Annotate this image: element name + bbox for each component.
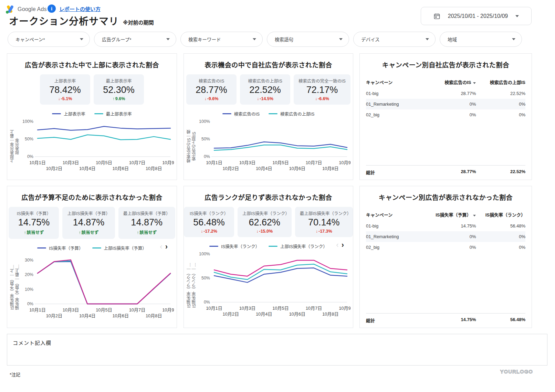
column-header-campaign[interactable]: キャンペーン xyxy=(366,76,427,88)
scorecard-delta: ↑9.6% xyxy=(98,96,139,101)
svg-text:10月4日: 10月4日 xyxy=(79,313,96,318)
svg-text:10月2日: 10月2日 xyxy=(46,166,62,171)
line-chart: 0%50%100%10月1日10月2日10月3日10月4日10月5日10月6日1… xyxy=(197,251,350,320)
legend-item: 最上部表示率 xyxy=(94,110,132,117)
svg-text:10月9日: 10月9日 xyxy=(339,160,350,165)
legend-prev-icon[interactable]: ‹ xyxy=(160,243,162,250)
legend-item: IS損失率（ランク） xyxy=(209,243,260,250)
legend-swatch xyxy=(52,113,61,114)
svg-text:10月1日: 10月1日 xyxy=(29,160,46,165)
filter-label: キャンペーン* xyxy=(15,36,45,43)
panel-title: キャンペーン別自社広告が表示された割合 xyxy=(363,60,529,69)
panel-impression-share: 表示機会の中で自社広告が表示された割合 検索広告のIS 28.77% ↓-9.6… xyxy=(184,53,353,180)
panel-rank-lost-is: 広告ランクが足りず表示されなかった割合 IS損失率（ランク） 56.48% ↓-… xyxy=(184,186,353,328)
filter-bar: キャンペーン* 広告グループ* 検索キーワード 検索語句 デバイス 地域 xyxy=(8,32,522,47)
svg-text:10月6日: 10月6日 xyxy=(112,313,129,318)
svg-text:10月5日: 10月5日 xyxy=(272,306,289,311)
delta-arrow-icon: ↓ xyxy=(205,96,207,101)
svg-text:10月7日: 10月7日 xyxy=(129,160,146,165)
svg-text:10月8日: 10月8日 xyxy=(146,166,162,171)
column-header-search-top-is[interactable]: 検索広告の上部IS xyxy=(476,76,525,88)
y-axis-title: 上部表示率｜最上部表示率 xyxy=(10,130,20,163)
scorecard-value: 62.62% xyxy=(242,217,287,228)
chart-legend: 上部表示率 最上部表示率 xyxy=(7,110,177,117)
sort-desc-icon xyxy=(473,82,476,84)
google-ads-logo-icon xyxy=(5,4,15,14)
y-axis-title: 検索広告のIS｜検索広告の上部IS xyxy=(187,130,197,162)
scorecard-top-is-lost-budget: 上部IS損失率（予算） 14.87% ↑該当せず xyxy=(62,207,115,239)
chevron-down-icon xyxy=(339,38,343,40)
scorecard-delta: ↓-9.6% xyxy=(191,96,232,101)
filter-search-keyword[interactable]: 検索キーワード xyxy=(180,32,263,47)
filter-device[interactable]: デバイス xyxy=(353,32,436,47)
comment-box[interactable]: コメント記入欄 xyxy=(7,334,547,365)
date-range-picker[interactable]: 2025/10/01 - 2025/10/09 xyxy=(421,7,532,25)
svg-text:10月5日: 10月5日 xyxy=(96,307,112,312)
scorecard-abs-top-is-lost-budget: 最上部IS損失率（予算） 14.87% ↑該当せず xyxy=(118,207,175,239)
column-header-search-is[interactable]: 検索広告のIS xyxy=(427,76,476,88)
line-chart: 0%50%100%10月1日10月2日10月3日10月4日10月5日10月6日1… xyxy=(20,118,174,174)
scorecard-search-is: 検索広告のIS 28.77% ↓-9.6% xyxy=(186,74,237,105)
svg-text:50%: 50% xyxy=(201,276,210,280)
scorecard-value: 56.48% xyxy=(189,217,229,228)
svg-text:10月2日: 10月2日 xyxy=(222,166,239,171)
svg-text:100%: 100% xyxy=(199,119,210,124)
column-header-campaign[interactable]: キャンペーン xyxy=(366,209,427,221)
filter-label: 検索語句 xyxy=(275,36,293,43)
svg-text:10月5日: 10月5日 xyxy=(272,160,289,165)
svg-text:20%: 20% xyxy=(25,272,33,277)
filter-region[interactable]: 地域 xyxy=(440,32,522,47)
table-total-row: 総計 14.75% 56.48% xyxy=(366,313,525,324)
svg-text:10月4日: 10月4日 xyxy=(256,166,272,171)
legend-item: 上部IS損失率（予算） xyxy=(92,245,147,251)
filter-campaign[interactable]: キャンペーン* xyxy=(8,32,90,47)
scorecard-top-is-lost-rank: 上部IS損失率（ランク） 62.62% ↓-15.0% xyxy=(238,207,292,237)
svg-text:10月3日: 10月3日 xyxy=(239,306,256,311)
calendar-icon xyxy=(433,13,440,20)
page-title-note: ※対前の期間 xyxy=(123,19,154,28)
svg-text:10月1日: 10月1日 xyxy=(206,160,222,165)
logo-text: Google Ads xyxy=(18,6,47,12)
report-page: Google Ads i レポートの使い方 オークション分析サマリ ※対前の期間… xyxy=(0,0,555,392)
campaign-is-table: キャンペーン 検索広告のIS 検索広告の上部IS 01-big 28.77% 2… xyxy=(366,76,525,120)
svg-text:10月5日: 10月5日 xyxy=(96,160,112,165)
scorecard-value: 14.87% xyxy=(67,217,110,228)
delta-arrow-icon: ↓ xyxy=(201,229,203,234)
legend-swatch xyxy=(269,246,278,247)
column-header-is-lost-budget[interactable]: IS損失率（予算） xyxy=(427,209,476,221)
svg-text:10月8日: 10月8日 xyxy=(322,166,339,171)
svg-text:10月7日: 10月7日 xyxy=(306,306,322,311)
column-header-is-lost-rank[interactable]: IS損失率（ランク） xyxy=(476,209,525,221)
svg-text:0%: 0% xyxy=(204,300,210,305)
report-help-link[interactable]: レポートの使い方 xyxy=(59,5,101,12)
legend-item: 検索広告のIS xyxy=(222,110,260,117)
table-row: 02_big 0% 0% xyxy=(366,109,525,120)
delta-arrow-icon: ↓ xyxy=(315,96,317,101)
scorecard-label: 上部表示率 xyxy=(45,77,85,84)
legend-swatch xyxy=(92,247,101,248)
scorecard-search-top-is: 検索広告の上部IS 22.52% ↓-14.5% xyxy=(240,74,290,105)
filter-ad-group[interactable]: 広告グループ* xyxy=(94,32,176,47)
scorecard-label: 検索広告の完全一致のIS xyxy=(299,77,346,84)
chevron-down-icon xyxy=(80,38,83,40)
scorecard-value: 22.52% xyxy=(245,85,285,95)
legend-next-icon[interactable]: › xyxy=(165,243,168,250)
svg-text:10月3日: 10月3日 xyxy=(239,160,256,165)
scorecard-abs-top-rate: 最上部表示率 52.30% ↑9.6% xyxy=(94,74,144,105)
svg-text:10月2日: 10月2日 xyxy=(222,311,239,317)
legend-swatch xyxy=(269,113,278,114)
filter-search-term[interactable]: 検索語句 xyxy=(267,32,349,47)
scorecard-label: 検索広告の上部IS xyxy=(245,77,285,84)
scorecard-value: 72.17% xyxy=(299,85,346,95)
legend-prev-icon[interactable]: ‹ xyxy=(336,242,338,248)
scorecard-is-lost-budget: IS損失率（予算） 14.75% ↑該当せず xyxy=(9,207,59,239)
delta-arrow-icon: ↓ xyxy=(58,96,60,101)
table-row: 01-big 28.77% 22.52% xyxy=(366,88,525,99)
scorecard-delta: ↓-14.5% xyxy=(245,96,285,101)
scorecard-value: 28.77% xyxy=(191,85,232,95)
legend-next-icon[interactable]: › xyxy=(342,242,344,248)
svg-text:10月1日: 10月1日 xyxy=(29,307,46,312)
google-ads-logo: Google Ads xyxy=(5,4,47,14)
scorecard-delta: ↑該当せず xyxy=(123,229,170,235)
delta-arrow-icon: ↓ xyxy=(257,96,259,101)
